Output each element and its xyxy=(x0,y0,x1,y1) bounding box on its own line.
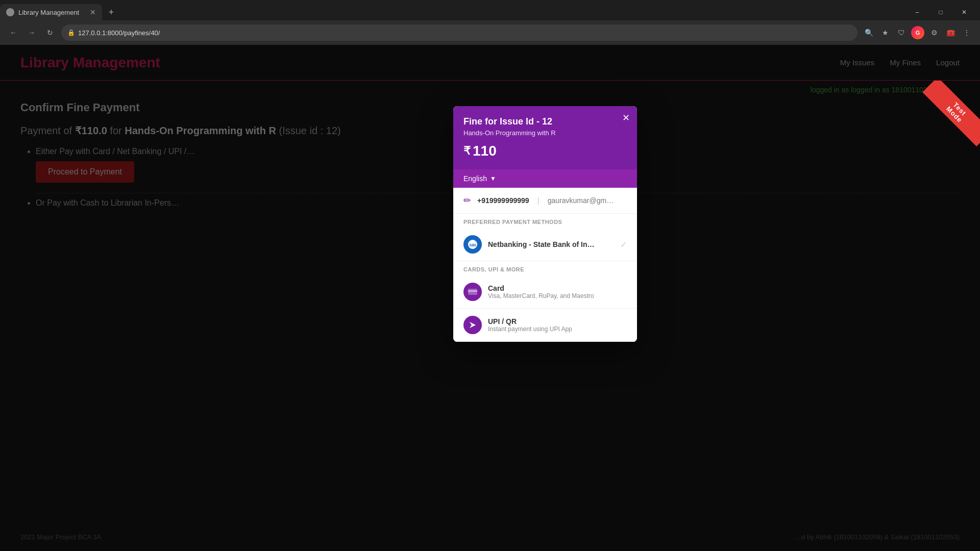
maximize-button[interactable]: □ xyxy=(929,4,952,20)
profile-avatar: G xyxy=(911,26,924,39)
contact-row: ✏ +919999999999 | gauravkumar@gm… xyxy=(453,188,637,214)
svg-marker-5 xyxy=(470,322,476,328)
test-mode-ribbon-container: Test Mode xyxy=(914,81,980,147)
new-tab-button[interactable]: + xyxy=(104,5,118,19)
upi-icon xyxy=(463,316,482,334)
tab-bar: Library Management ✕ + – □ ✕ xyxy=(0,0,980,20)
test-mode-ribbon: Test Mode xyxy=(922,81,980,146)
star-icon[interactable]: ★ xyxy=(878,26,892,40)
netbanking-option[interactable]: SBI Netbanking - State Bank of In… ✓ xyxy=(453,228,637,261)
language-select-button[interactable]: English ▼ xyxy=(463,174,496,183)
search-icon[interactable]: 🔍 xyxy=(862,26,876,40)
contact-email: gauravkumar@gm… xyxy=(548,196,614,205)
svg-text:SBI: SBI xyxy=(469,243,476,247)
modal-amount: ₹ 110 xyxy=(463,143,627,159)
netbanking-option-text: Netbanking - State Bank of In… xyxy=(488,240,594,248)
cards-upi-label: CARDS, UPI & MORE xyxy=(453,261,637,276)
card-icon xyxy=(463,283,482,301)
url-text: 127.0.0.1:8000/payfines/40/ xyxy=(78,29,851,37)
language-selector-bar: English ▼ xyxy=(453,169,637,188)
back-button[interactable]: ← xyxy=(6,26,20,40)
menu-icon[interactable]: ⋮ xyxy=(960,26,974,40)
shield-icon[interactable]: 🛡 xyxy=(894,26,909,40)
upi-sub: Instant payment using UPI App xyxy=(488,325,572,333)
language-label: English xyxy=(463,174,487,183)
upi-option[interactable]: UPI / QR Instant payment using UPI App xyxy=(453,309,637,342)
secure-icon: 🔒 xyxy=(67,29,75,36)
modal-title: Fine for Issue Id - 12 xyxy=(463,116,627,127)
tab-title: Library Management xyxy=(18,9,79,16)
active-tab[interactable]: Library Management ✕ xyxy=(0,4,102,20)
check-icon: ✓ xyxy=(620,240,627,249)
settings-icon[interactable]: ⚙ xyxy=(927,26,941,40)
modal-book-name: Hands-On Programming with R xyxy=(463,129,627,137)
sbi-icon: SBI xyxy=(463,235,482,254)
forward-button[interactable]: → xyxy=(24,26,39,40)
window-controls: – □ ✕ xyxy=(905,4,980,20)
toolbar-icons: 🔍 ★ 🛡 G ⚙ 🧰 ⋮ xyxy=(862,26,974,40)
modal-close-button[interactable]: ✕ xyxy=(622,113,630,122)
card-name: Card xyxy=(488,284,594,292)
card-sub: Visa, MasterCard, RuPay, and Maestro xyxy=(488,292,594,299)
browser-chrome: Library Management ✕ + – □ ✕ ← → ↻ 🔒 127… xyxy=(0,0,980,45)
amount-value: 110 xyxy=(473,143,497,159)
rupee-symbol: ₹ xyxy=(463,144,471,158)
tab-close-button[interactable]: ✕ xyxy=(90,8,96,16)
browser-toolbar: ← → ↻ 🔒 127.0.0.1:8000/payfines/40/ 🔍 ★ … xyxy=(0,20,980,45)
upi-name: UPI / QR xyxy=(488,317,572,325)
address-bar[interactable]: 🔒 127.0.0.1:8000/payfines/40/ xyxy=(61,24,857,41)
tab-favicon xyxy=(6,8,14,16)
page: Library Management My Issues My Fines Lo… xyxy=(0,45,980,551)
reload-button[interactable]: ↻ xyxy=(43,26,57,40)
upi-option-text: UPI / QR Instant payment using UPI App xyxy=(488,317,572,333)
edit-icon: ✏ xyxy=(463,195,471,206)
user-icon[interactable]: G xyxy=(911,26,925,40)
chevron-down-icon: ▼ xyxy=(490,175,496,182)
modal-header: ✕ Fine for Issue Id - 12 Hands-On Progra… xyxy=(453,106,637,169)
preferred-payment-label: PREFERRED PAYMENT METHODS xyxy=(453,214,637,228)
extensions-icon[interactable]: 🧰 xyxy=(943,26,958,40)
minimize-button[interactable]: – xyxy=(905,4,929,20)
netbanking-name: Netbanking - State Bank of In… xyxy=(488,240,594,248)
svg-rect-4 xyxy=(468,290,477,292)
payment-modal: ✕ Fine for Issue Id - 12 Hands-On Progra… xyxy=(453,106,637,342)
close-window-button[interactable]: ✕ xyxy=(952,4,976,20)
card-option[interactable]: Card Visa, MasterCard, RuPay, and Maestr… xyxy=(453,276,637,309)
card-option-text: Card Visa, MasterCard, RuPay, and Maestr… xyxy=(488,284,594,299)
modal-body[interactable]: ✏ +919999999999 | gauravkumar@gm… PREFER… xyxy=(453,188,637,342)
contact-phone: +919999999999 xyxy=(477,196,529,205)
